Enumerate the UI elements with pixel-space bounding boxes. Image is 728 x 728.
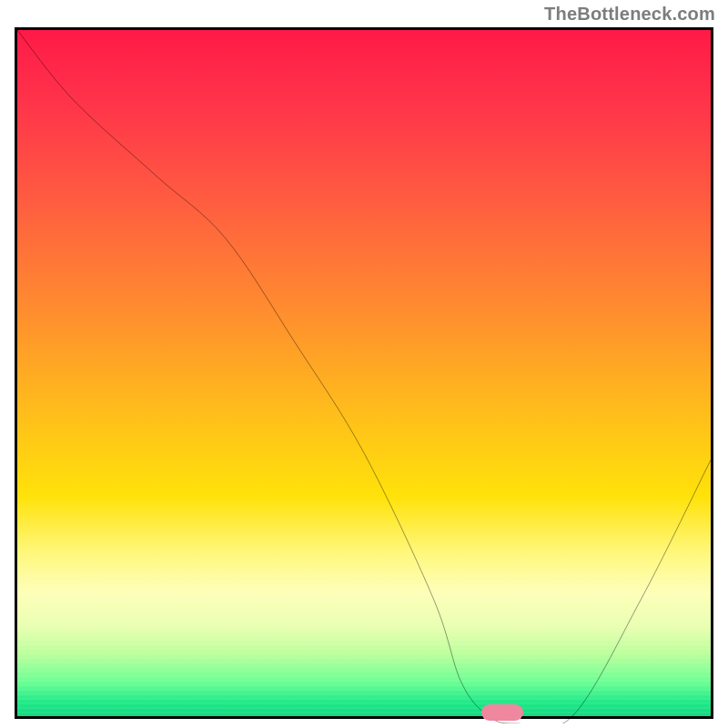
chart-curve-svg	[17, 30, 711, 723]
watermark-text: TheBottleneck.com	[544, 4, 715, 25]
chart-frame	[15, 27, 713, 719]
optimal-marker	[481, 704, 523, 721]
bottleneck-curve-path	[17, 30, 711, 723]
